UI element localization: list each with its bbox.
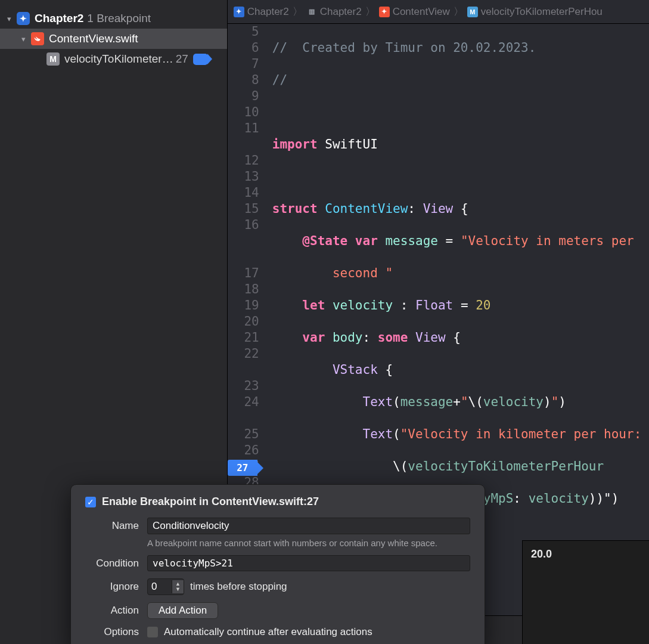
enable-breakpoint-checkbox[interactable]: ✓ <box>85 497 96 507</box>
name-label: Name <box>85 520 139 532</box>
options-label: Options <box>85 626 139 638</box>
breakpoint-indicator[interactable] <box>193 54 208 65</box>
nav-project-name: Chapter2 <box>35 12 83 25</box>
chevron-right-icon: 〉 <box>293 5 303 18</box>
preview-value: 20.0 <box>531 548 552 560</box>
nav-file-row[interactable]: ▾ ContentView.swift <box>0 29 227 49</box>
nav-project-row[interactable]: ▾ ✦ Chapter2 1 Breakpoint <box>0 8 227 29</box>
preview-panel: 20.0 <box>522 540 649 644</box>
popover-title: Enable Breakpoint in ContentView.swift:2… <box>102 496 319 508</box>
options-text: Automatically continue after evaluating … <box>164 626 372 638</box>
breakpoint-marker[interactable]: 27 <box>228 460 257 476</box>
action-label: Action <box>85 605 139 617</box>
breakpoint-popover: ✓ Enable Breakpoint in ContentView.swift… <box>70 484 485 644</box>
name-input[interactable] <box>147 518 470 534</box>
xcode-project-icon: ✦ <box>234 7 244 17</box>
ignore-stepper[interactable]: ▲▼ <box>147 578 184 595</box>
method-icon: M <box>467 7 478 17</box>
chevron-down-icon: ▾ <box>7 14 15 23</box>
add-action-button[interactable]: Add Action <box>147 602 218 619</box>
chevron-right-icon: 〉 <box>454 5 464 18</box>
nav-breakpoint-line: 27 <box>176 52 188 66</box>
method-icon: M <box>46 52 60 66</box>
chevron-down-icon: ▾ <box>21 35 30 44</box>
nav-breakpoint-method: velocityToKilometer… <box>64 52 173 66</box>
folder-icon: ▥ <box>306 7 317 17</box>
auto-continue-checkbox[interactable] <box>147 627 158 637</box>
nav-project-badge: 1 Breakpoint <box>87 12 151 25</box>
chevron-right-icon: 〉 <box>365 5 375 18</box>
xcode-project-icon: ✦ <box>17 12 30 25</box>
swift-file-icon <box>31 32 44 45</box>
condition-label: Condition <box>85 558 139 569</box>
stepper-arrows-icon[interactable]: ▲▼ <box>172 580 184 593</box>
condition-input[interactable] <box>147 555 470 571</box>
ignore-value-input[interactable] <box>148 579 172 595</box>
swift-file-icon: ✦ <box>379 7 390 17</box>
ignore-suffix: times before stopping <box>190 581 287 593</box>
nav-file-name: ContentView.swift <box>49 32 138 45</box>
nav-breakpoint-row[interactable]: M velocityToKilometer… 27 <box>0 49 227 69</box>
path-bar[interactable]: ✦Chapter2 〉 ▥Chapter2 〉 ✦ContentView 〉 M… <box>228 0 649 24</box>
name-hint: A breakpoint name cannot start with numb… <box>147 538 470 548</box>
ignore-label: Ignore <box>85 581 139 593</box>
